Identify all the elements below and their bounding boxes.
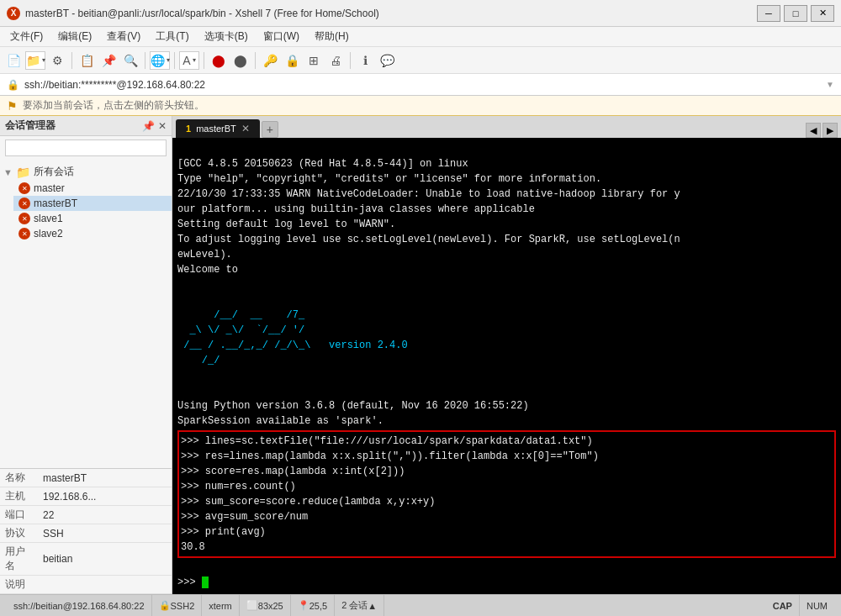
status-protocol: 🔒 SSH2	[152, 595, 203, 616]
info-label-host: 主机	[0, 487, 38, 506]
info-value-port: 22	[38, 506, 172, 524]
info-panel: 名称 masterBT 主机 192.168.6... 端口 22 协议 SSH…	[0, 468, 172, 594]
tree-children: ✕ master ✕ masterBT ✕ slave1 ✕ slave2	[0, 181, 172, 241]
session-item-slave2[interactable]: ✕ slave2	[13, 226, 172, 241]
info-value-protocol: SSH	[38, 524, 172, 543]
title-bar-left: X masterBT - beitian@panli:/usr/local/sp…	[7, 7, 379, 20]
minimize-button[interactable]: ─	[757, 5, 780, 22]
info-value-username: beitian	[38, 543, 172, 576]
folder-icon: 📁	[16, 166, 30, 179]
session-item-slave1[interactable]: ✕ slave1	[13, 211, 172, 226]
sidebar-header: 会话管理器 📌 ✕	[0, 116, 172, 136]
menu-window[interactable]: 窗口(W)	[257, 28, 306, 45]
status-position-icon: 📍	[298, 600, 309, 611]
tree-root-label: 所有会话	[34, 165, 74, 179]
separator-3	[174, 52, 175, 69]
terminal-output[interactable]: [GCC 4.8.5 20150623 (Red Hat 4.8.5-44)] …	[172, 138, 841, 594]
tree-root[interactable]: ▼ 📁 所有会话	[0, 163, 172, 181]
sidebar-controls: 📌 ✕	[142, 120, 167, 132]
session-tree: ▼ 📁 所有会话 ✕ master ✕ masterBT ✕ slave1	[0, 160, 172, 468]
session-item-masterbt[interactable]: ✕ masterBT	[13, 196, 172, 211]
menu-bar: 文件(F) 编辑(E) 查看(V) 工具(T) 选项卡(B) 窗口(W) 帮助(…	[0, 27, 841, 47]
spark-ascii-art: /__/ __ /7_ _\ \/ _\/ `/__/ '/ /__ / .__…	[177, 309, 408, 366]
copy-btn[interactable]: 📋	[77, 50, 97, 71]
sidebar: 会话管理器 📌 ✕ ▼ 📁 所有会话 ✕ master ✕	[0, 116, 172, 594]
menu-edit[interactable]: 编辑(E)	[51, 28, 98, 45]
tab-close-icon[interactable]: ✕	[241, 123, 250, 134]
info-row-note: 说明	[0, 576, 172, 594]
status-ssh-icon: 🔒	[159, 600, 171, 611]
status-dimensions-icon: ⬜	[246, 600, 258, 611]
font-dropdown[interactable]: A▾	[179, 51, 199, 70]
menu-tools[interactable]: 工具(T)	[149, 28, 195, 45]
toolbar: 📄 📁▾ ⚙ 📋 📌 🔍 🌐▾ A▾ ⬤ ⬤ 🔑 🔒 ⊞ 🖨 ℹ 💬	[0, 47, 841, 74]
window-title: masterBT - beitian@panli:/usr/local/spar…	[25, 8, 379, 19]
menu-help[interactable]: 帮助(H)	[308, 28, 356, 45]
sidebar-title: 会话管理器	[5, 118, 56, 133]
close-button[interactable]: ✕	[811, 5, 834, 22]
session-icon-masterbt: ✕	[19, 197, 30, 209]
terminal-cursor	[202, 577, 209, 588]
status-cap-label: CAP	[773, 601, 792, 611]
record-btn[interactable]: ⬤	[230, 50, 251, 71]
status-sessions-label: 2 会话	[341, 599, 368, 612]
new-btn[interactable]: 📄	[3, 50, 24, 71]
info-label-port: 端口	[0, 506, 38, 524]
command-block: >>> lines=sc.textFile("file:///usr/local…	[177, 430, 836, 558]
sidebar-search-area	[0, 136, 172, 160]
open-dropdown[interactable]: 📁▾	[25, 51, 45, 70]
view-dropdown[interactable]: 🌐▾	[150, 51, 170, 70]
key-btn[interactable]: 🔑	[260, 50, 280, 71]
paste-btn[interactable]: 📌	[98, 50, 119, 71]
status-dimensions-label: 83x25	[258, 601, 283, 611]
session-icon-slave2: ✕	[19, 228, 30, 240]
info-label-note: 说明	[0, 576, 38, 594]
tab-bar-left: 1 masterBT ✕ +	[176, 119, 278, 138]
tab-next-button[interactable]: ▶	[822, 123, 838, 138]
info-row-host: 主机 192.168.6...	[0, 487, 172, 506]
tab-nav: ◀ ▶	[806, 123, 838, 138]
maximize-button[interactable]: □	[784, 5, 807, 22]
status-sessions-arrow: ▲	[368, 601, 377, 611]
search-input[interactable]	[5, 140, 167, 156]
main-content: 会话管理器 📌 ✕ ▼ 📁 所有会话 ✕ master ✕	[0, 116, 841, 594]
stop-btn[interactable]: ⬤	[209, 50, 229, 71]
sidebar-pin-icon[interactable]: 📌	[142, 120, 155, 132]
new-tab-button[interactable]: +	[262, 121, 278, 138]
session-item-master[interactable]: ✕ master	[13, 181, 172, 196]
address-dropdown-icon[interactable]: ▼	[826, 80, 834, 89]
separator-6	[350, 52, 351, 69]
menu-file[interactable]: 文件(F)	[3, 28, 50, 45]
chat-btn[interactable]: 💬	[377, 50, 397, 71]
status-ssh-text: ssh://beitian@192.168.64.80:22	[13, 601, 145, 611]
status-position: 📍 25,5	[291, 595, 335, 616]
menu-tabs[interactable]: 选项卡(B)	[198, 28, 255, 45]
menu-view[interactable]: 查看(V)	[100, 28, 147, 45]
tab-prev-button[interactable]: ◀	[806, 123, 821, 138]
session-label-slave1: slave1	[34, 213, 63, 224]
status-num-label: NUM	[807, 601, 828, 611]
status-num: NUM	[800, 595, 834, 616]
separator-5	[255, 52, 256, 69]
terminal-line-1: [GCC 4.8.5 20150623 (Red Hat 4.8.5-44)] …	[177, 158, 680, 276]
find-btn[interactable]: 🔍	[120, 50, 140, 71]
terminal-prompt-line: >>>	[177, 577, 209, 588]
print-btn[interactable]: 🖨	[325, 50, 346, 71]
info-label-protocol: 协议	[0, 524, 38, 543]
tab-masterbt[interactable]: 1 masterBT ✕	[176, 119, 260, 138]
sidebar-close-icon[interactable]: ✕	[158, 120, 167, 132]
info-row-protocol: 协议 SSH	[0, 524, 172, 543]
tab-bar: 1 masterBT ✕ + ◀ ▶	[172, 116, 841, 138]
status-cap: CAP	[766, 595, 800, 616]
status-dimensions: ⬜ 83x25	[240, 595, 291, 616]
status-position-label: 25,5	[309, 601, 327, 611]
grid-btn[interactable]: ⊞	[304, 50, 324, 71]
tab-label: masterBT	[196, 124, 236, 134]
status-protocol-label: SSH2	[171, 601, 195, 611]
lock-btn[interactable]: 🔒	[282, 50, 302, 71]
session-label-master: master	[34, 182, 65, 194]
status-ssh-path: ssh://beitian@192.168.64.80:22	[7, 595, 152, 616]
properties-btn[interactable]: ⚙	[47, 50, 67, 71]
tab-number: 1	[186, 124, 191, 134]
info-btn[interactable]: ℹ	[355, 50, 375, 71]
